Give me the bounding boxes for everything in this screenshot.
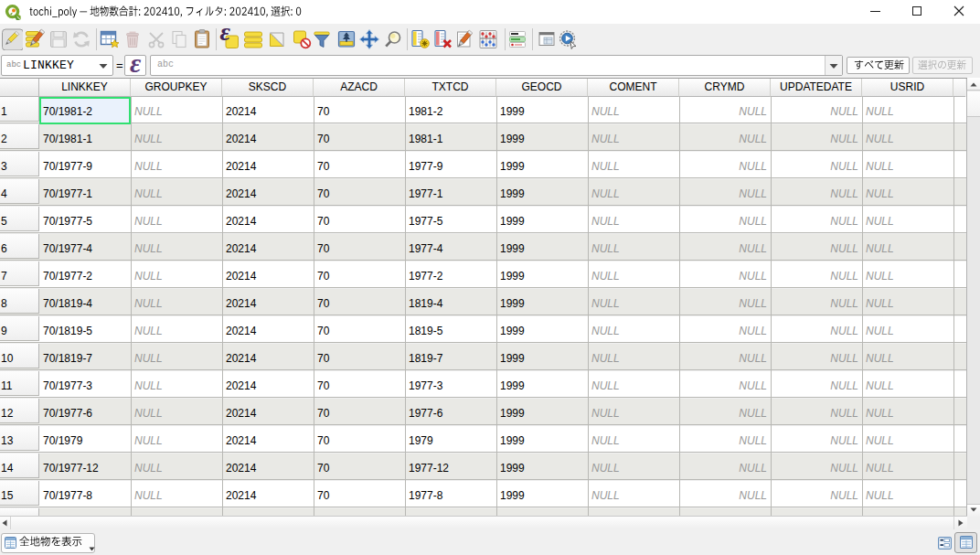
svg-text:ε: ε [130, 55, 142, 76]
svg-text:ε: ε [220, 28, 231, 46]
